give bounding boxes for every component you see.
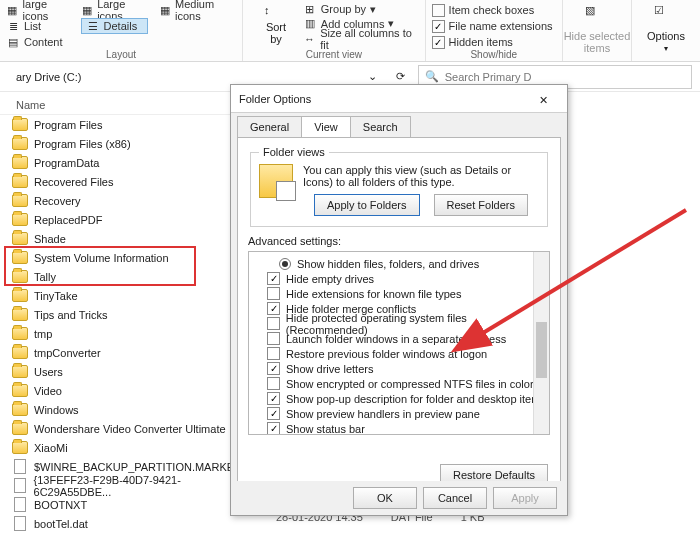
list-item[interactable]: Shade — [0, 229, 252, 248]
file-name: Tally — [34, 271, 56, 283]
advanced-setting-item[interactable]: Show pop-up description for folder and d… — [251, 391, 547, 406]
list-item[interactable]: ProgramData — [0, 153, 252, 172]
checkbox-icon — [267, 317, 280, 330]
breadcrumb[interactable]: ary Drive (C:) — [8, 68, 89, 86]
folder-options-dialog: Folder Options ✕ General View Search Fol… — [230, 84, 568, 516]
search-icon: 🔍 — [425, 70, 439, 83]
toggle-file-extensions[interactable]: File name extensions — [432, 18, 556, 34]
list-item[interactable]: Recovery — [0, 191, 252, 210]
apply-to-folders-button[interactable]: Apply to Folders — [314, 194, 419, 216]
folder-icon — [12, 174, 28, 190]
tab-general[interactable]: General — [237, 116, 302, 138]
medium-icons-icon: ▦ — [158, 3, 171, 17]
file-name: Tips and Tricks — [34, 309, 108, 321]
apply-button[interactable]: Apply — [493, 487, 557, 509]
checkbox-icon — [432, 4, 445, 17]
list-item[interactable]: XiaoMi — [0, 438, 252, 457]
list-item[interactable]: System Volume Information — [0, 248, 252, 267]
view-large-icons-brief[interactable]: ▦large icons — [6, 2, 71, 18]
advanced-setting-item[interactable]: Restore previous folder windows at logon — [251, 346, 547, 361]
group-by-button[interactable]: ⊞Group by ▾ — [303, 2, 419, 17]
advanced-setting-item[interactable]: Hide protected operating system files (R… — [251, 316, 547, 331]
advanced-setting-label: Show hidden files, folders, and drives — [297, 258, 479, 270]
advanced-setting-item[interactable]: Show drive letters — [251, 361, 547, 376]
size-all-columns-button[interactable]: ↔Size all columns to fit — [303, 31, 419, 47]
chevron-down-icon: ⌄ — [368, 70, 377, 83]
checkbox-icon — [267, 392, 280, 405]
close-icon: ✕ — [539, 94, 548, 106]
file-name: Users — [34, 366, 63, 378]
tab-view[interactable]: View — [301, 116, 351, 138]
list-item[interactable]: Program Files (x86) — [0, 134, 252, 153]
list-item[interactable]: bootTel.dat — [0, 514, 252, 533]
advanced-setting-label: Launch folder windows in a separate proc… — [286, 333, 506, 345]
hide-selected-button[interactable]: ▧ Hide selected items — [569, 2, 625, 56]
view-content[interactable]: ▤Content — [6, 34, 71, 50]
folder-icon — [12, 307, 28, 323]
file-name: System Volume Information — [34, 252, 169, 264]
advanced-setting-item[interactable]: Show preview handlers in preview pane — [251, 406, 547, 421]
advanced-settings-list[interactable]: Show hidden files, folders, and drivesHi… — [248, 251, 550, 435]
tab-search[interactable]: Search — [350, 116, 411, 138]
file-name: Program Files (x86) — [34, 138, 131, 150]
dialog-titlebar[interactable]: Folder Options ✕ — [231, 85, 567, 113]
checkbox-icon — [267, 407, 280, 420]
list-item[interactable]: {13FEFF23-F29B-40D7-9421-6C29A55DBE... — [0, 476, 252, 495]
scrollbar[interactable] — [533, 252, 549, 434]
radio-icon — [279, 258, 291, 270]
list-item[interactable]: Windows — [0, 400, 252, 419]
close-button[interactable]: ✕ — [527, 91, 559, 107]
checkbox-icon — [267, 272, 280, 285]
file-name: XiaoMi — [34, 442, 68, 454]
folder-icon — [12, 440, 28, 456]
options-button[interactable]: ☑ Options ▾ — [638, 2, 694, 55]
ribbon-group-label-layout: Layout — [0, 49, 242, 60]
list-item[interactable]: Users — [0, 362, 252, 381]
toggle-item-checkboxes[interactable]: Item check boxes — [432, 2, 556, 18]
chevron-down-icon: ▾ — [664, 44, 668, 53]
advanced-setting-label: Show status bar — [286, 423, 365, 435]
toggle-hidden-items[interactable]: Hidden items — [432, 34, 556, 50]
advanced-setting-item[interactable]: Hide empty drives — [251, 271, 547, 286]
file-icon — [12, 478, 28, 494]
list-item[interactable]: Tally — [0, 267, 252, 286]
advanced-setting-item[interactable]: Launch folder windows in a separate proc… — [251, 331, 547, 346]
file-name: ProgramData — [34, 157, 99, 169]
column-header-name[interactable]: Name — [0, 96, 252, 115]
dialog-tabs: General View Search — [231, 113, 567, 137]
checkbox-icon — [267, 332, 280, 345]
list-item[interactable]: tmp — [0, 324, 252, 343]
list-item[interactable]: ReplacedPDF — [0, 210, 252, 229]
checkbox-icon — [267, 347, 280, 360]
advanced-setting-item[interactable]: Show encrypted or compressed NTFS files … — [251, 376, 547, 391]
list-item[interactable]: Tips and Tricks — [0, 305, 252, 324]
list-item[interactable]: Recovered Files — [0, 172, 252, 191]
advanced-setting-item[interactable]: Show status bar — [251, 421, 547, 435]
view-medium-icons[interactable]: ▦Medium icons — [158, 2, 236, 18]
folder-icon — [12, 136, 28, 152]
list-item[interactable]: tmpConverter — [0, 343, 252, 362]
view-large-icons[interactable]: ▦Large icons — [81, 2, 149, 18]
ok-button[interactable]: OK — [353, 487, 417, 509]
large-icons-icon: ▦ — [81, 3, 94, 17]
sort-by-button[interactable]: ↕ Sort by — [249, 2, 303, 47]
advanced-setting-label: Show pop-up description for folder and d… — [286, 393, 546, 405]
view-details[interactable]: ☰Details — [81, 18, 149, 34]
list-item[interactable]: Program Files — [0, 115, 252, 134]
view-list[interactable]: ≣List — [6, 18, 71, 34]
file-name: tmpConverter — [34, 347, 101, 359]
cancel-button[interactable]: Cancel — [423, 487, 487, 509]
tab-page-view: Folder views You can apply this view (su… — [237, 137, 561, 497]
list-item[interactable]: Wondershare Video Converter Ultimate — [0, 419, 252, 438]
reset-folders-button[interactable]: Reset Folders — [434, 194, 528, 216]
ribbon-group-label-showhide: Show/hide — [426, 49, 562, 60]
dialog-title: Folder Options — [239, 93, 311, 105]
list-item[interactable]: TinyTake — [0, 286, 252, 305]
advanced-setting-item[interactable]: Show hidden files, folders, and drives — [251, 256, 547, 271]
scrollbar-thumb[interactable] — [536, 322, 547, 378]
list-item[interactable]: BOOTNXT — [0, 495, 252, 514]
folder-icon — [12, 193, 28, 209]
advanced-setting-item[interactable]: Hide extensions for known file types — [251, 286, 547, 301]
file-list-pane: Name Program FilesProgram Files (x86)Pro… — [0, 92, 252, 533]
list-item[interactable]: Video — [0, 381, 252, 400]
